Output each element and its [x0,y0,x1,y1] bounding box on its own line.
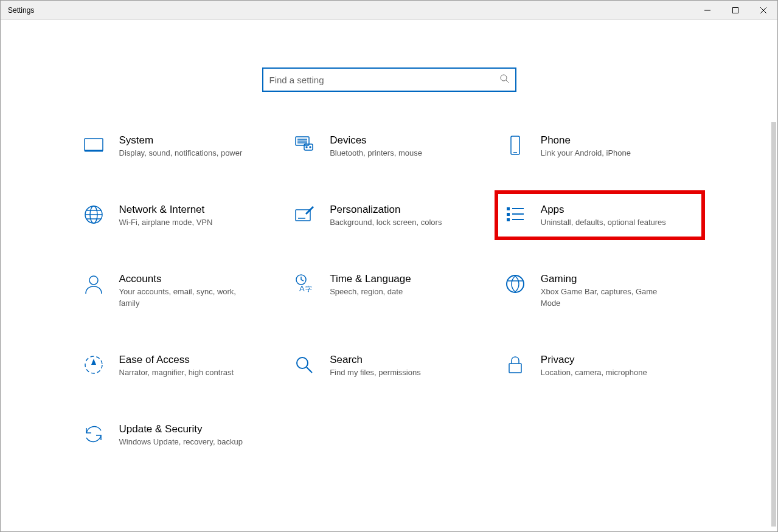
svg-point-36 [507,275,524,292]
tile-title: Phone [541,134,697,147]
svg-point-4 [501,75,507,81]
svg-point-39 [297,358,308,368]
svg-line-5 [506,80,509,83]
network-icon [82,202,106,227]
tile-desc: Location, camera, microphone [541,367,669,378]
tile-apps[interactable]: AppsUninstall, defaults, optional featur… [497,193,703,238]
search-icon [499,74,509,86]
svg-text:A: A [299,284,305,293]
tile-desc: Link your Android, iPhone [541,148,669,159]
tile-title: Network & Internet [119,204,276,216]
devices-icon [292,133,316,157]
search-box[interactable] [262,67,516,92]
vertical-scrollbar[interactable] [771,122,776,527]
phone-icon [503,133,527,157]
tile-title: Ease of Access [119,354,276,366]
window-controls [693,1,777,19]
tile-title: Personalization [330,204,486,216]
tile-title: Gaming [541,273,697,285]
svg-point-30 [89,276,98,285]
tile-time-language[interactable]: A字 Time & LanguageSpeech, region, date [290,267,488,313]
search-tile-icon [292,353,316,377]
svg-point-13 [306,147,307,148]
svg-rect-15 [511,136,519,154]
update-security-icon [82,422,106,446]
tile-desc: Your accounts, email, sync, work, family [119,286,247,308]
tile-desc: Display, sound, notifications, power [119,148,247,159]
tile-title: Devices [330,134,486,147]
system-icon [82,133,106,157]
title-bar: Settings [1,1,777,20]
minimize-button[interactable] [693,1,721,19]
tile-desc: Windows Update, recovery, backup [119,437,247,447]
tile-gaming[interactable]: GamingXbox Game Bar, captures, Game Mode [501,267,700,313]
tile-desc: Uninstall, defaults, optional features [541,217,669,228]
search-input[interactable] [269,75,499,85]
tile-update-security[interactable]: Update & SecurityWindows Update, recover… [79,417,278,452]
window-title: Settings [8,6,34,15]
tile-title: Search [330,354,486,366]
tile-phone[interactable]: PhoneLink your Android, iPhone [501,128,700,164]
tile-devices[interactable]: DevicesBluetooth, printers, mouse [290,128,488,164]
tile-title: System [119,134,276,147]
tile-accounts[interactable]: AccountsYour accounts, email, sync, work… [79,267,278,313]
tile-desc: Wi-Fi, airplane mode, VPN [119,217,247,228]
tile-title: Accounts [119,273,276,285]
svg-point-14 [310,147,311,148]
svg-text:字: 字 [305,285,312,292]
tile-personalization[interactable]: PersonalizationBackground, lock screen, … [290,198,488,233]
svg-rect-25 [507,213,510,216]
tile-desc: Find my files, permissions [330,367,457,378]
svg-line-33 [301,280,304,281]
tile-title: Apps [541,204,697,216]
svg-rect-1 [733,7,738,13]
accounts-icon [82,272,106,296]
time-language-icon: A字 [292,272,316,296]
apps-icon [503,202,527,227]
svg-rect-26 [507,218,510,221]
personalization-icon [292,202,316,227]
tile-search[interactable]: SearchFind my files, permissions [290,348,488,383]
settings-grid: SystemDisplay, sound, notifications, pow… [79,128,700,452]
tile-desc: Background, lock screen, colors [330,217,457,228]
tile-desc: Narrator, magnifier, high contrast [119,367,247,378]
tile-desc: Bluetooth, printers, mouse [330,148,457,159]
tile-network[interactable]: Network & InternetWi-Fi, airplane mode, … [79,198,278,233]
tile-title: Privacy [541,354,697,366]
privacy-icon [503,353,527,377]
svg-rect-24 [507,207,510,210]
tile-privacy[interactable]: PrivacyLocation, camera, microphone [501,348,700,383]
svg-line-40 [307,367,312,373]
svg-rect-41 [509,364,521,373]
maximize-button[interactable] [721,1,749,19]
tile-ease-of-access[interactable]: Ease of AccessNarrator, magnifier, high … [79,348,278,383]
tile-desc: Xbox Game Bar, captures, Game Mode [541,286,669,308]
svg-rect-6 [85,139,103,151]
gaming-icon [503,272,527,296]
ease-of-access-icon [82,353,106,377]
tile-system[interactable]: SystemDisplay, sound, notifications, pow… [79,128,278,164]
tile-title: Time & Language [330,273,486,285]
close-button[interactable] [749,1,777,19]
tile-title: Update & Security [119,423,276,435]
tile-desc: Speech, region, date [330,286,457,297]
